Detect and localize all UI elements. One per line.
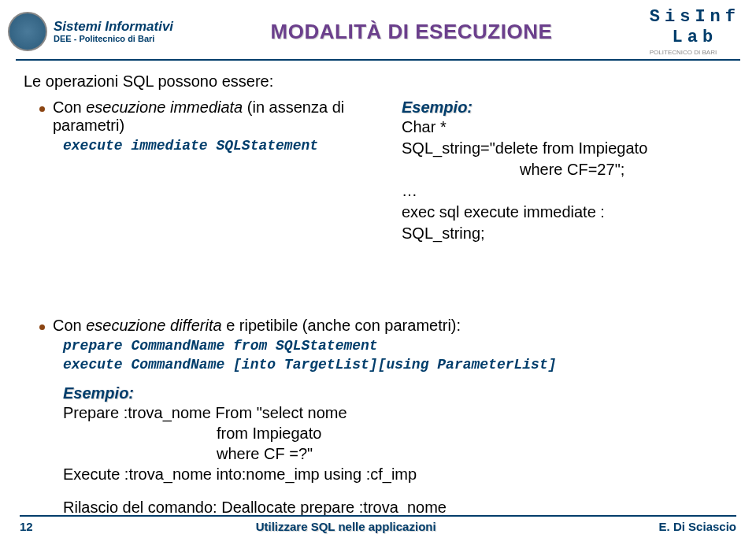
release-command: Rilascio del comando: Deallocate prepare… [63, 499, 732, 517]
example-2: Esempio: Prepare :trova_nome From "selec… [63, 384, 732, 517]
bullet-1-text: Con esecuzione immediata (in assenza di … [53, 98, 402, 135]
uni-subtitle: DEE - Politecnico di Bari [54, 34, 173, 43]
ex1-l3: where CF=27"; [520, 159, 732, 180]
footer-divider [20, 515, 736, 517]
slide-title: MODALITÀ DI ESECUZIONE [271, 20, 553, 44]
bullet-1: Con esecuzione immediata (in assenza di … [39, 98, 402, 135]
code-execute: execute CommandName [into TargetList][us… [63, 357, 732, 373]
open-quote-icon: " [490, 139, 495, 157]
page-number: 12 [20, 520, 33, 533]
uni-title: Sistemi Informativi [54, 20, 173, 35]
left-column-1: Con esecuzione immediata (in assenza di … [24, 98, 402, 158]
bullet2-em: esecuzione differita [86, 317, 221, 334]
header-left: Sistemi Informativi DEE - Politecnico di… [8, 12, 173, 51]
footer-row: 12 Utilizzare SQL nelle applicazioni E. … [20, 520, 736, 533]
ex1-l2: SQL_string="delete from Impiegato [402, 138, 732, 159]
sisinf-logo-text: SisInf [650, 7, 740, 28]
ex2-l3: where CF =?" [63, 443, 732, 464]
ex2-l1: Prepare :trova_nome From "select nome [63, 402, 732, 423]
example-1-body: Char * SQL_string="delete from Impiegato… [402, 117, 732, 244]
ex2-l1a: Prepare :trova_nome From [63, 404, 257, 421]
ex1-l5: exec sql execute immediate : [402, 202, 732, 223]
slide-footer: 12 Utilizzare SQL nelle applicazioni E. … [0, 515, 756, 533]
ex1-l6: SQL_string; [402, 223, 732, 244]
bullet-icon [39, 106, 45, 112]
example-2-label: Esempio: [63, 384, 732, 402]
intro-text: Le operazioni SQL possono essere: [24, 72, 732, 91]
ex1-l1: Char * [402, 117, 732, 138]
bullet2-pre: Con [53, 317, 86, 334]
lab-text: Lab [650, 28, 740, 48]
open-quote-icon: " [257, 404, 262, 421]
bullet-2-text: Con esecuzione differita e ripetibile (a… [53, 317, 461, 335]
close-quote-icon: " [615, 161, 621, 178]
right-column-1: Esempio: Char * SQL_string="delete from … [402, 98, 732, 244]
ex1-l2b: delete from Impiegato [495, 139, 647, 157]
uni-text-block: Sistemi Informativi DEE - Politecnico di… [54, 20, 173, 44]
ex1-l3b: ; [621, 161, 625, 178]
section-2: Con esecuzione differita e ripetibile (a… [24, 317, 732, 373]
footer-title: Utilizzare SQL nelle applicazioni [256, 520, 436, 533]
code-immediate: execute immediate SQLStatement [63, 138, 402, 154]
bullet1-em: esecuzione immediata [86, 98, 243, 116]
bullet2-post: e ripetibile (anche con parametri): [222, 317, 461, 334]
ex1-l2a: SQL_string= [402, 139, 490, 157]
close-quote-icon: " [307, 445, 313, 462]
politecnico-text: POLITECNICO DI BARI [650, 49, 717, 57]
example-1-label: Esempio: [402, 98, 732, 117]
ex1-l3a: where CF=27 [520, 161, 615, 178]
bullet1-pre: Con [53, 98, 86, 116]
slide-header: Sistemi Informativi DEE - Politecnico di… [0, 0, 756, 59]
row-1: Con esecuzione immediata (in assenza di … [24, 98, 732, 244]
header-right: SisInf Lab POLITECNICO DI BARI [650, 7, 740, 56]
ex2-l1b: select nome [262, 404, 347, 421]
university-logo [8, 12, 47, 51]
bullet-2: Con esecuzione differita e ripetibile (a… [39, 317, 732, 335]
ex1-l4: … [402, 180, 732, 202]
code-prepare: prepare CommandName from SQLStatement [63, 338, 732, 354]
footer-author: E. Di Sciascio [659, 520, 736, 533]
politecnico-label: POLITECNICO DI BARI [650, 49, 740, 57]
ex2-l2: from Impiegato [63, 423, 732, 443]
slide-content: Le operazioni SQL possono essere: Con es… [0, 61, 756, 517]
ex2-l4: Execute :trova_nome into:nome_imp using … [63, 464, 732, 484]
ex2-l3a: where CF =? [217, 445, 307, 462]
bullet-icon [39, 324, 45, 330]
example-2-body: Prepare :trova_nome From "select nome fr… [63, 402, 732, 484]
